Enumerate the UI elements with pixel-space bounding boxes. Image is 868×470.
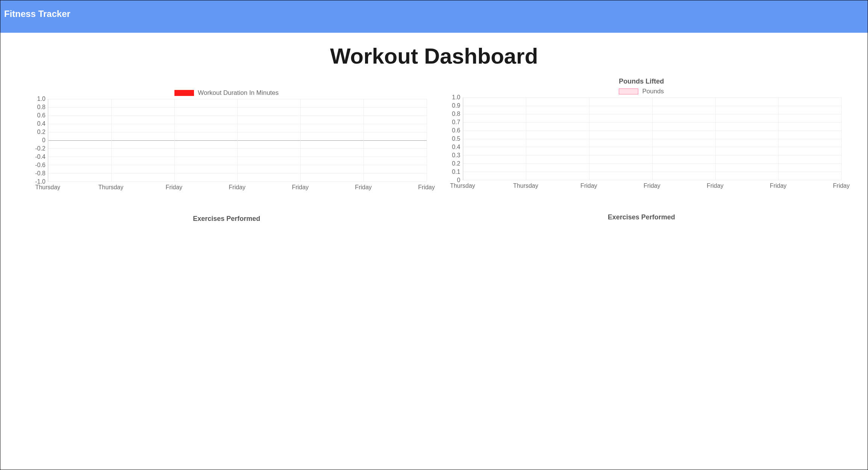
x-tick-label: Friday — [418, 182, 435, 191]
grid-line-vertical — [589, 97, 589, 180]
y-axis-duration: 1.00.80.60.40.20-0.2-0.4-0.6-0.8-1.0 — [27, 99, 48, 182]
x-tick-label: Friday — [644, 180, 660, 189]
grid-line-vertical — [300, 99, 301, 181]
x-tick-label: Friday — [292, 182, 308, 191]
plot-area-duration — [48, 99, 427, 182]
page-title: Workout Dashboard — [0, 43, 868, 68]
top-navbar: Fitness Tracker — [0, 0, 868, 33]
y-tick-label: 1.0 — [37, 96, 45, 102]
plot-area-pounds — [463, 97, 842, 180]
y-tick-label: 0.4 — [452, 144, 460, 151]
grid-line-vertical — [174, 99, 175, 181]
grid-line-vertical — [778, 97, 779, 180]
grid-line-vertical — [111, 99, 112, 181]
y-tick-label: 0.6 — [452, 127, 460, 134]
x-tick-label: Friday — [707, 180, 723, 189]
legend-swatch-duration — [174, 90, 194, 96]
x-tick-label: Thursday — [450, 180, 475, 189]
y-tick-label: 0.5 — [452, 135, 460, 142]
x-tick-label: Friday — [355, 182, 371, 191]
legend-swatch-pounds — [619, 88, 638, 94]
page-root: Fitness Tracker Workout Dashboard Workou… — [0, 0, 868, 470]
x-tick-label: Thursday — [513, 180, 538, 189]
x-axis-pounds: ThursdayThursdayFridayFridayFridayFriday… — [463, 180, 842, 191]
chart-title-pounds: Pounds Lifted — [442, 78, 842, 85]
y-tick-label: 0.9 — [452, 102, 460, 109]
y-tick-label: 0.6 — [37, 112, 45, 119]
grid-line-vertical — [48, 99, 48, 181]
panel-pounds: Pounds Lifted Pounds 1.00.90.80.70.60.50… — [442, 78, 842, 223]
x-tick-label: Friday — [833, 180, 850, 189]
y-tick-label: -0.2 — [35, 145, 45, 152]
subtitle-duration-exercises: Exercises Performed — [27, 215, 427, 223]
panel-duration: Workout Duration In Minutes 1.00.80.60.4… — [27, 78, 427, 223]
pounds-chart[interactable]: 1.00.90.80.70.60.50.40.30.20.10 — [442, 97, 842, 180]
grid-line-vertical — [841, 97, 842, 180]
legend-label-pounds: Pounds — [642, 88, 664, 95]
grid-line-vertical — [237, 99, 238, 181]
legend-duration[interactable]: Workout Duration In Minutes — [27, 89, 427, 97]
x-tick-label: Thursday — [35, 182, 61, 191]
x-axis-duration: ThursdayThursdayFridayFridayFridayFriday… — [48, 182, 427, 192]
x-tick-label: Friday — [580, 180, 597, 189]
subtitle-pounds-exercises: Exercises Performed — [442, 213, 842, 221]
y-tick-label: 0.7 — [452, 119, 460, 126]
legend-pounds[interactable]: Pounds — [442, 88, 842, 95]
y-tick-label: -0.4 — [35, 154, 45, 160]
y-tick-label: 0.2 — [452, 160, 460, 167]
app-brand[interactable]: Fitness Tracker — [4, 9, 864, 19]
y-tick-label: 0.1 — [452, 169, 460, 175]
grid-line-vertical — [715, 97, 716, 180]
y-axis-pounds: 1.00.90.80.70.60.50.40.30.20.10 — [442, 97, 463, 180]
x-tick-label: Friday — [770, 180, 786, 189]
grid-line-vertical — [463, 97, 464, 180]
x-tick-label: Friday — [229, 182, 245, 191]
x-tick-label: Thursday — [98, 182, 124, 191]
y-tick-label: -0.8 — [35, 170, 45, 177]
dashboard-grid: Workout Duration In Minutes 1.00.80.60.4… — [0, 78, 868, 223]
y-tick-label: 0 — [42, 137, 45, 144]
grid-line-vertical — [364, 99, 364, 181]
y-tick-label: 0.4 — [37, 120, 45, 127]
y-tick-label: 0.2 — [37, 129, 45, 135]
duration-chart[interactable]: 1.00.80.60.40.20-0.2-0.4-0.6-0.8-1.0 — [27, 99, 427, 182]
y-tick-label: 0.3 — [452, 152, 460, 159]
grid-line-vertical — [526, 97, 526, 180]
grid-line-vertical — [652, 97, 653, 180]
legend-label-duration: Workout Duration In Minutes — [198, 89, 279, 97]
y-tick-label: 0.8 — [37, 104, 45, 111]
y-tick-label: 0.8 — [452, 111, 460, 117]
grid-line-vertical — [427, 99, 427, 181]
x-tick-label: Friday — [166, 182, 182, 191]
y-tick-label: -0.6 — [35, 162, 45, 169]
y-tick-label: 1.0 — [452, 94, 460, 101]
